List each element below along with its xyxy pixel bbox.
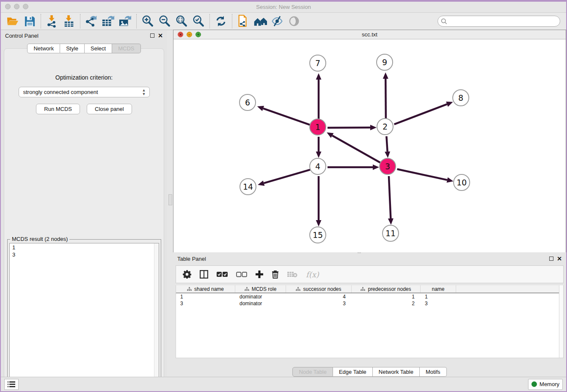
close-panel-icon[interactable]: ✕ [158,33,163,38]
criterion-value: strongly connected component [23,89,98,95]
close-panel-button[interactable]: Close panel [87,104,132,114]
refresh-button[interactable] [212,14,229,29]
graph-edge-3-11[interactable] [389,176,391,218]
hide-labels-button[interactable] [269,14,286,29]
save-disk-icon [24,16,36,27]
save-session-button[interactable] [21,14,38,29]
import-table-button[interactable] [61,14,77,29]
close-window-button[interactable] [5,4,11,9]
column-header-shared-name[interactable]: shared name [176,285,235,293]
tab-select[interactable]: Select [85,44,112,53]
deselect-all-button[interactable] [236,272,247,277]
show-column-panel-button[interactable] [200,270,208,279]
table-settings-button[interactable] [183,270,191,279]
table-panel-header: Table Panel ✕ [173,254,566,264]
network-close-button[interactable]: ✕ [178,32,183,37]
network-maximize-button[interactable]: ＋ [195,32,201,37]
zoom-in-icon [141,15,154,28]
graph-node-4[interactable]: 4 [309,158,326,175]
zoom-out-button[interactable] [156,14,173,29]
graph-node-10[interactable]: 10 [453,174,470,191]
vertical-splitter-handle[interactable] [168,194,172,205]
graph-node-1[interactable]: 1 [309,119,326,135]
graph-edge-2-3[interactable] [386,136,387,152]
graph-node-15[interactable]: 15 [309,226,326,243]
graph-edge-1-2[interactable] [328,127,370,128]
run-mcds-button[interactable]: Run MCDS [36,104,80,114]
tab-edge-table[interactable]: Edge Table [333,367,373,377]
minimize-window-button[interactable] [14,4,19,9]
graph-edge-1-6[interactable] [263,108,310,125]
graph-node-3[interactable]: 3 [379,158,396,175]
zoom-fit-button[interactable] [173,14,190,29]
tab-node-table[interactable]: Node Table [292,367,333,377]
graph-edge-2-8[interactable] [394,104,447,124]
task-list-icon [8,381,15,387]
table-scrollbar[interactable] [559,285,563,358]
export-table-button[interactable] [100,14,117,29]
column-header-mcds-role[interactable]: MCDS role [235,285,286,293]
zoom-out-icon [158,15,171,28]
open-session-button[interactable] [4,14,21,29]
control-panel-header: Control Panel ✕ [1,30,167,41]
result-scrollbar[interactable] [154,243,159,392]
criterion-dropdown[interactable]: strongly connected component ▲▼ [19,87,150,97]
graph-node-8[interactable]: 8 [452,89,469,106]
zoom-in-button[interactable] [139,14,156,29]
birds-eye-view-button[interactable] [286,14,303,29]
maximize-window-button[interactable] [23,4,28,9]
duplicate-network-button[interactable] [235,14,252,29]
table-panel-title: Table Panel [177,256,206,262]
network-canvas[interactable]: 7968124314101511 [173,39,566,252]
graph-edge-arrowhead [316,152,322,158]
mcds-panel-body: Optimization criterion: strongly connect… [4,48,164,392]
tab-mcds[interactable]: MCDS [112,44,140,53]
task-history-button[interactable] [4,379,19,390]
graph-node-7[interactable]: 7 [309,55,326,72]
graph-edge-4-14[interactable] [264,170,310,183]
control-panel-title: Control Panel [5,33,39,39]
table-row[interactable]: 3 dominator 3 2 3 [176,300,563,307]
mcds-result-textarea[interactable]: 1 3 [9,243,159,392]
network-minimize-button[interactable]: − [187,32,192,37]
cell-shared-name: 1 [176,293,235,300]
export-network-button[interactable] [83,14,100,29]
trash-icon [272,270,279,279]
window-title: Session: New Session [256,4,311,10]
import-network-icon [46,15,58,28]
graph-edge-3-1[interactable] [332,135,380,163]
tab-network-table[interactable]: Network Table [373,367,420,377]
close-panel-icon[interactable]: ✕ [557,257,562,261]
column-header-successor-nodes[interactable]: successor nodes [286,285,352,293]
memory-button[interactable]: Memory [528,379,563,390]
function-builder-button[interactable]: f(x) [306,270,319,279]
column-header-predecessor-nodes[interactable]: predecessor nodes [352,285,421,293]
graph-node-11[interactable]: 11 [382,225,399,242]
graph-node-14[interactable]: 14 [239,178,256,195]
shared-column-icon [296,287,300,291]
search-input[interactable] [438,16,560,27]
float-panel-icon[interactable] [150,33,154,38]
add-column-button[interactable] [256,271,263,278]
delete-table-button[interactable] [287,271,297,278]
delete-column-button[interactable] [272,270,279,279]
column-header-name[interactable]: name [421,285,456,293]
float-panel-icon[interactable] [549,257,553,261]
graph-edge-3-10[interactable] [397,169,447,180]
import-network-button[interactable] [44,14,61,29]
export-image-button[interactable] [117,14,134,29]
graph-node-9[interactable]: 9 [376,54,393,71]
tab-motifs[interactable]: Motifs [420,367,447,377]
table-panel: Table Panel ✕ [173,254,566,378]
memory-label: Memory [539,381,559,387]
zoom-selected-button[interactable] [190,14,207,29]
graph-node-6[interactable]: 6 [239,94,256,111]
cell-name: 3 [421,300,456,307]
table-row[interactable]: 1 dominator 4 1 1 [176,293,563,300]
graph-node-2[interactable]: 2 [377,118,394,135]
home-button[interactable] [252,14,269,29]
tab-network[interactable]: Network [27,44,60,53]
graph-edge-2-9[interactable] [385,79,386,119]
select-all-button[interactable] [217,272,228,277]
tab-style[interactable]: Style [60,44,85,53]
